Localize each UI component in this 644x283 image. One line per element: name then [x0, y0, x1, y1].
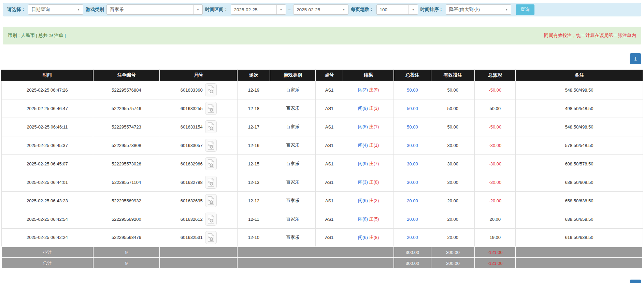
cell-round-id: 601632695	[160, 191, 237, 210]
cell-time: 2025-02-25 06:45:07	[1, 154, 93, 173]
cell-bet-id: 522295574723	[93, 118, 160, 136]
video-replay-button[interactable]	[205, 231, 217, 244]
search-button[interactable]: 查询	[516, 4, 534, 15]
cell-remark: 638.50/658.50	[516, 210, 643, 228]
cell-round-id: 601632966	[160, 154, 237, 173]
cell-remark: 638.50/608.50	[516, 173, 643, 191]
table-row: 2025-02-25 06:46:11522295574723601633154…	[1, 118, 643, 136]
game-type-value: 百家乐	[107, 5, 193, 14]
video-replay-button[interactable]	[205, 213, 217, 226]
cell-bet-id: 522295576884	[93, 81, 160, 99]
cell-valid-bet: 50.00	[431, 118, 475, 136]
subtotal-row-payout: -121.00	[475, 247, 516, 258]
video-icon	[207, 233, 215, 242]
cell-payout: 19.00	[475, 228, 516, 247]
video-replay-button[interactable]	[205, 120, 217, 133]
cell-remark: 548.50/498.50	[516, 118, 643, 136]
cell-result: 闲(8) 庄(5)	[343, 210, 393, 228]
cell-game-type: 百家乐	[270, 99, 315, 118]
per-page-select[interactable]: 100 ▼	[376, 4, 418, 15]
subtotal-row-count: 9	[93, 247, 160, 258]
video-replay-button[interactable]	[205, 176, 217, 189]
total-row-total-bet: 300.00	[394, 258, 431, 269]
cell-round-id: 601632788	[160, 173, 237, 191]
cell-total-bet[interactable]: 20.00	[394, 191, 431, 210]
video-replay-button[interactable]	[205, 102, 217, 115]
cell-total-bet[interactable]: 30.00	[394, 136, 431, 154]
cell-session: 12-17	[237, 118, 270, 136]
sort-select[interactable]: 降幂(由大到小) ▼	[446, 4, 511, 15]
result-banker: 庄(3)	[369, 106, 379, 111]
cell-valid-bet: 50.00	[431, 99, 475, 118]
cell-time: 2025-02-25 06:44:01	[1, 173, 93, 191]
cell-valid-bet: 20.00	[431, 210, 475, 228]
cell-bet-id: 522295573808	[93, 136, 160, 154]
chevron-down-icon: ▼	[502, 5, 511, 14]
total-row-empty	[516, 258, 643, 269]
result-player: 闲(3)	[358, 179, 368, 185]
cell-bet-id: 522295569932	[93, 191, 160, 210]
cell-valid-bet: 30.00	[431, 173, 475, 191]
column-header: 备注	[516, 69, 643, 81]
cell-bet-id: 522295575746	[93, 99, 160, 118]
cell-total-bet[interactable]: 30.00	[394, 154, 431, 173]
date-from-picker[interactable]: 2025-02-25 ▼	[231, 4, 286, 15]
video-icon	[207, 104, 215, 113]
subtotal-row-empty	[516, 247, 643, 258]
round-id-text: 601633360	[181, 87, 203, 93]
cell-session: 12-10	[237, 228, 270, 247]
cell-table-number: AS1	[316, 154, 343, 173]
cell-payout: 20.00	[475, 210, 516, 228]
video-replay-button[interactable]	[205, 139, 217, 152]
column-header: 游戏类别	[270, 69, 315, 81]
video-icon	[207, 122, 215, 131]
query-type-value: 日期查询	[28, 5, 74, 14]
cell-game-type: 百家乐	[270, 154, 315, 173]
total-row-label: 总计	[1, 258, 93, 269]
video-replay-button[interactable]	[205, 157, 217, 170]
cell-payout: -20.00	[475, 191, 516, 210]
cell-total-bet[interactable]: 30.00	[394, 173, 431, 191]
cell-total-bet[interactable]: 20.00	[394, 228, 431, 247]
cell-table-number: AS1	[316, 210, 343, 228]
video-icon	[207, 178, 215, 187]
cell-session: 12-18	[237, 99, 270, 118]
result-player: 闲(5)	[358, 124, 368, 129]
cell-total-bet[interactable]: 50.00	[394, 118, 431, 136]
subtotal-row: 小计9300.00300.00-121.00	[1, 247, 643, 258]
cell-bet-id: 522295568476	[93, 228, 160, 247]
cell-total-bet[interactable]: 20.00	[394, 210, 431, 228]
video-icon	[207, 141, 215, 150]
cell-payout: -30.00	[475, 173, 516, 191]
cell-bet-id: 522295571104	[93, 173, 160, 191]
result-player: 闲(9)	[358, 161, 368, 166]
cell-remark: 548.50/498.50	[516, 81, 643, 99]
round-id-text: 601633057	[181, 143, 203, 148]
round-id-text: 601633255	[181, 106, 203, 111]
result-player: 闲(8)	[358, 216, 368, 221]
cell-result: 闲(4) 庄(1)	[343, 136, 393, 154]
date-to-picker[interactable]: 2025-02-25 ▼	[293, 4, 348, 15]
chevron-down-icon: ▼	[74, 5, 83, 14]
game-type-select[interactable]: 百家乐 ▼	[106, 4, 203, 15]
cell-table-number: AS1	[316, 173, 343, 191]
chevron-down-icon: ▼	[276, 5, 286, 14]
cell-valid-bet: 50.00	[431, 81, 475, 99]
cell-valid-bet: 30.00	[431, 154, 475, 173]
cell-table-number: AS1	[316, 228, 343, 247]
total-row-count: 9	[93, 258, 160, 269]
cell-table-number: AS1	[316, 136, 343, 154]
video-icon	[207, 196, 215, 205]
page-1-button[interactable]: 1	[630, 280, 641, 283]
round-id-text: 601632531	[181, 235, 203, 240]
query-type-select[interactable]: 日期查询 ▼	[28, 4, 83, 15]
page-1-button[interactable]: 1	[630, 53, 641, 64]
cell-payout: -30.00	[475, 154, 516, 173]
video-replay-button[interactable]	[205, 194, 217, 207]
video-replay-button[interactable]	[205, 83, 217, 96]
cell-session: 12-12	[237, 191, 270, 210]
cell-total-bet[interactable]: 50.00	[394, 81, 431, 99]
cell-table-number: AS1	[316, 99, 343, 118]
cell-total-bet[interactable]: 50.00	[394, 99, 431, 118]
result-player: 闲(2)	[358, 87, 368, 92]
